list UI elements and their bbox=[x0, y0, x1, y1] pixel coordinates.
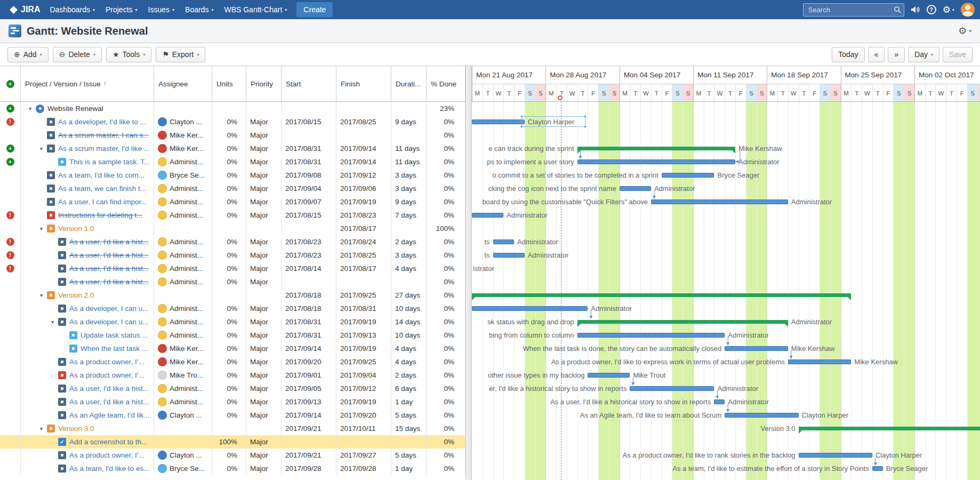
save-button[interactable]: Save bbox=[943, 47, 973, 62]
col-header-duration[interactable]: Durati... bbox=[391, 66, 427, 101]
export-button[interactable]: ⚑Export▾ bbox=[156, 47, 205, 62]
table-row[interactable]: As a developer, I can u...Administ...0%M… bbox=[0, 302, 465, 315]
page-settings-button[interactable]: ⚙▾ bbox=[958, 25, 971, 37]
table-row[interactable]: ▾Version 2.02017/08/182017/09/2527 days0… bbox=[0, 289, 465, 302]
task-bar[interactable] bbox=[493, 239, 515, 244]
selection-handle[interactable] bbox=[584, 125, 587, 128]
expander-icon[interactable]: ▾ bbox=[51, 319, 58, 325]
selection-handle[interactable] bbox=[520, 115, 523, 118]
issue-link[interactable]: As a user, I'd like a hist... bbox=[69, 265, 149, 273]
col-header-priority[interactable]: Priority bbox=[246, 66, 282, 101]
issue-link[interactable]: As a scrum master, I'd like ... bbox=[58, 145, 150, 153]
table-row[interactable]: As a user, I'd like a hist...Administ...… bbox=[0, 382, 465, 395]
col-header-units[interactable]: Units bbox=[212, 66, 246, 101]
table-row[interactable]: +This is a sample task. T...Administ...0… bbox=[0, 155, 465, 169]
issue-link[interactable]: As a user, I'd like a hist... bbox=[69, 398, 149, 406]
table-row[interactable]: !As a user, I'd like a hist...Administ..… bbox=[0, 249, 465, 262]
task-bar[interactable] bbox=[577, 333, 725, 338]
nav-boards[interactable]: Boards▾ bbox=[180, 0, 219, 19]
issue-link[interactable]: As a product owner, I'... bbox=[69, 371, 144, 379]
nav-dashboards[interactable]: Dashboards▾ bbox=[44, 0, 100, 19]
issue-link[interactable]: As a team, I'd like to com... bbox=[58, 171, 144, 179]
issue-link[interactable]: As a user, I'd like a hist... bbox=[69, 385, 149, 393]
issue-link[interactable]: As a user, I can find impor... bbox=[58, 198, 147, 206]
table-row[interactable]: ▾Version 1.02017/08/17100% bbox=[0, 222, 465, 235]
col-header-finish[interactable]: Finish bbox=[336, 66, 391, 101]
summary-bar[interactable] bbox=[472, 293, 851, 297]
issue-link[interactable]: As a developer, I can u... bbox=[69, 305, 149, 313]
task-bar[interactable] bbox=[472, 213, 503, 218]
task-bar[interactable] bbox=[472, 306, 588, 311]
selection-handle[interactable] bbox=[520, 125, 523, 128]
admin-gear-icon[interactable]: ⚙▾ bbox=[943, 4, 954, 15]
task-bar[interactable] bbox=[588, 373, 630, 378]
task-bar[interactable] bbox=[725, 346, 788, 351]
task-bar[interactable] bbox=[651, 199, 788, 204]
table-row[interactable]: As a team, I'd like to es...Bryce Se...0… bbox=[0, 462, 465, 475]
table-row[interactable]: As a team, we can finish t...Administ...… bbox=[0, 182, 465, 195]
col-header-done[interactable]: % Done bbox=[427, 66, 465, 101]
task-bar[interactable] bbox=[472, 119, 525, 124]
col-header-start[interactable]: Start bbox=[282, 66, 336, 101]
table-row[interactable]: As a scrum master, I can s...Mike Ker...… bbox=[0, 129, 465, 142]
jira-logo[interactable]: JIRA bbox=[5, 5, 44, 14]
issue-link[interactable]: As a product owner, I'... bbox=[69, 358, 144, 366]
issue-link[interactable]: As a developer, I can u... bbox=[69, 318, 149, 326]
issue-link[interactable]: As a developer, I'd like to ... bbox=[58, 118, 146, 126]
table-row[interactable]: As a user, I'd like a hist...Administ...… bbox=[0, 275, 465, 289]
table-row[interactable]: ▾Version 3.02017/09/212017/10/1115 days0… bbox=[0, 422, 465, 435]
issue-link[interactable]: As a product owner, I'... bbox=[69, 451, 144, 459]
issue-link[interactable]: This is a sample task. T... bbox=[69, 158, 150, 166]
expander-icon[interactable]: ▾ bbox=[40, 226, 47, 231]
table-row[interactable]: As an Agile team, I'd lik...Clayton ...0… bbox=[0, 409, 465, 422]
task-bar[interactable] bbox=[725, 413, 798, 418]
today-button[interactable]: Today bbox=[832, 47, 864, 62]
task-bar[interactable] bbox=[630, 386, 714, 391]
search-input[interactable] bbox=[803, 3, 904, 17]
task-bar[interactable] bbox=[493, 253, 525, 258]
scroll-right-button[interactable]: » bbox=[888, 47, 905, 62]
table-row[interactable]: !As a user, I'd like a hist...Administ..… bbox=[0, 262, 465, 275]
table-row[interactable]: When the last task ...Mike Ker...0%Major… bbox=[0, 342, 465, 355]
summary-bar[interactable] bbox=[577, 147, 735, 150]
table-row[interactable]: +▾Website Renewal23% bbox=[0, 102, 465, 115]
task-bar[interactable] bbox=[788, 359, 852, 364]
table-row[interactable]: +▾As a scrum master, I'd like ...Mike Ke… bbox=[0, 142, 465, 155]
delete-button[interactable]: ⊖Delete▾ bbox=[53, 47, 102, 62]
issue-link[interactable]: When the last task ... bbox=[81, 345, 148, 353]
summary-bar[interactable] bbox=[799, 427, 980, 430]
expander-icon[interactable]: ▾ bbox=[40, 292, 47, 298]
issue-link[interactable]: As a scrum master, I can s... bbox=[58, 131, 149, 139]
nav-projects[interactable]: Projects▾ bbox=[100, 0, 143, 19]
tools-button[interactable]: ★Tools▾ bbox=[106, 47, 151, 62]
issue-link[interactable]: Update task status ... bbox=[81, 331, 148, 339]
table-row[interactable]: !As a user, I'd like a hist...Administ..… bbox=[0, 235, 465, 249]
panel-splitter[interactable] bbox=[465, 66, 472, 480]
task-bar[interactable] bbox=[577, 159, 735, 164]
table-row[interactable]: !As a developer, I'd like to ...Clayton … bbox=[0, 115, 465, 129]
task-bar[interactable] bbox=[714, 399, 725, 404]
col-header-assignee[interactable]: Assignee bbox=[154, 66, 212, 101]
table-row[interactable]: As a team, I'd like to com...Bryce Se...… bbox=[0, 169, 465, 182]
expander-icon[interactable]: ▾ bbox=[40, 426, 47, 431]
table-row[interactable]: ✓Add a screenshot to th...100%Major0% bbox=[0, 435, 465, 449]
expander-icon[interactable]: ▾ bbox=[40, 146, 47, 151]
help-icon[interactable]: ? bbox=[927, 5, 936, 14]
announcement-icon[interactable] bbox=[911, 5, 920, 14]
issue-link[interactable]: Add a screenshot to th... bbox=[69, 438, 147, 446]
table-row[interactable]: As a user, I'd like a hist...Administ...… bbox=[0, 395, 465, 409]
task-bar[interactable] bbox=[872, 466, 883, 471]
issue-link[interactable]: As a user, I'd like a hist... bbox=[69, 278, 149, 286]
issue-link[interactable]: As a user, I'd like a hist... bbox=[69, 238, 149, 246]
scroll-left-button[interactable]: « bbox=[868, 47, 885, 62]
task-bar[interactable] bbox=[620, 186, 651, 191]
selection-handle[interactable] bbox=[584, 115, 587, 118]
issue-link[interactable]: As a user, I'd like a hist... bbox=[69, 251, 149, 259]
table-row[interactable]: As a product owner, I'...Mike Tro...0%Ma… bbox=[0, 369, 465, 382]
timescale-button[interactable]: Day▾ bbox=[908, 47, 939, 62]
table-row[interactable]: As a product owner, I'...Mike Ker...0%Ma… bbox=[0, 355, 465, 369]
issue-link[interactable]: As a team, I'd like to es... bbox=[69, 465, 149, 473]
col-header-issue[interactable]: Project / Version / Issue↑ bbox=[21, 66, 154, 101]
task-bar[interactable] bbox=[662, 173, 714, 178]
nav-wbs-gantt-chart[interactable]: WBS Gantt-Chart▾ bbox=[219, 0, 292, 19]
